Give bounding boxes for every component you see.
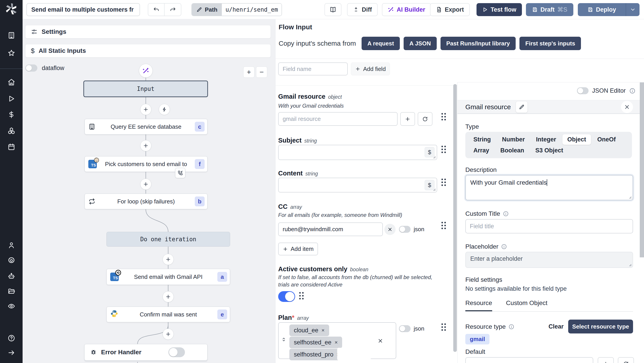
add-resource-button[interactable] [400, 112, 415, 126]
description-textarea[interactable]: With your Gmail credentials [465, 175, 633, 200]
add-trigger-zap-button[interactable] [159, 104, 170, 115]
undo-button[interactable] [148, 3, 164, 16]
home-icon[interactable] [8, 78, 15, 86]
resize-handle[interactable] [432, 188, 436, 191]
clear-plan-icon[interactable] [378, 338, 383, 344]
audit-eye-icon[interactable] [8, 302, 15, 310]
schema-source-request-button[interactable]: A request [362, 37, 400, 50]
export-button[interactable]: Export [430, 3, 470, 16]
schema-source-json-button[interactable]: A JSON [404, 37, 437, 50]
add-field-button[interactable]: Add field [351, 63, 390, 75]
default-value-input[interactable] [465, 357, 593, 363]
add-step-button[interactable] [162, 254, 174, 265]
content-textarea[interactable]: $ [278, 178, 437, 192]
drag-handle[interactable] [299, 292, 304, 300]
add-step-button[interactable] [162, 291, 174, 302]
error-handler-toggle[interactable] [168, 347, 185, 357]
users-person-icon[interactable] [8, 241, 15, 249]
active-customers-toggle[interactable] [278, 291, 295, 302]
resources-cubes-icon[interactable] [8, 127, 15, 135]
subject-textarea[interactable]: $ [278, 145, 437, 160]
json-editor-toggle[interactable] [577, 87, 588, 94]
path-edit-segment[interactable]: Path [192, 4, 222, 16]
gmail-resource-input[interactable] [278, 112, 398, 126]
edit-title-button[interactable] [516, 101, 528, 113]
save-draft-button[interactable]: Draft ⌘S [526, 3, 573, 16]
favorites-star-icon[interactable] [8, 49, 15, 57]
add-step-button[interactable] [140, 104, 152, 115]
diff-button[interactable]: Diff [347, 3, 378, 16]
ai-builder-button[interactable]: AI Builder [382, 3, 431, 16]
collapse-arrow-right-icon[interactable] [8, 349, 15, 356]
type-option-object[interactable]: Object [562, 134, 591, 145]
flow-ai-wand-button[interactable] [139, 64, 153, 78]
schema-source-first-step-button[interactable]: First step's inputs [520, 37, 581, 50]
resize-handle[interactable] [628, 195, 632, 199]
workspace-building-icon[interactable] [8, 32, 15, 39]
tab-custom-object[interactable]: Custom Object [506, 299, 548, 311]
drag-handle[interactable] [442, 323, 446, 331]
refresh-button[interactable] [418, 112, 432, 126]
info-icon[interactable] [503, 211, 509, 217]
type-option-string[interactable]: String [468, 134, 496, 145]
form-scrollbar[interactable] [453, 84, 457, 352]
clear-resource-button[interactable]: Clear [548, 323, 564, 330]
add-step-button[interactable] [140, 140, 152, 151]
type-option-number[interactable]: Number [497, 134, 530, 145]
plan-tag[interactable]: selfhosted_pro× [289, 349, 344, 360]
info-icon[interactable] [629, 88, 636, 94]
ai-robot-icon[interactable] [8, 272, 15, 280]
drag-handle[interactable] [442, 222, 446, 229]
flow-node-send-email[interactable]: TS Send email with Gmail API a [106, 269, 230, 285]
flow-title-input[interactable] [26, 3, 140, 16]
flow-node-iteration[interactable]: Do one iteration [106, 232, 230, 247]
plan-new-tag-input[interactable] [337, 348, 371, 360]
custom-title-input[interactable] [465, 219, 633, 233]
add-item-button[interactable]: Add item [278, 243, 318, 255]
drag-handle[interactable] [442, 179, 446, 186]
placeholder-textarea[interactable]: Enter a placeholder [465, 252, 633, 268]
type-option-array[interactable]: Array [468, 145, 494, 156]
resize-handle[interactable] [628, 263, 632, 266]
docs-button[interactable] [324, 3, 342, 16]
windmill-logo-icon[interactable] [6, 3, 17, 16]
deploy-button[interactable]: Deploy [578, 3, 626, 16]
cc-json-toggle[interactable] [399, 226, 410, 233]
type-option-integer[interactable]: Integer [531, 134, 561, 145]
remove-cc-item-button[interactable] [384, 224, 396, 235]
remove-tag-icon[interactable]: × [334, 339, 338, 345]
path-value[interactable]: u/henri/send_em [222, 4, 282, 16]
flow-node-query[interactable]: Query EE service database c [84, 119, 208, 135]
add-default-button[interactable] [598, 357, 614, 363]
test-flow-button[interactable]: Test flow [476, 3, 522, 16]
drag-handle[interactable] [442, 113, 446, 121]
close-inspector-button[interactable] [621, 101, 633, 113]
help-icon[interactable] [8, 334, 15, 342]
tab-resource[interactable]: Resource [465, 299, 492, 311]
drag-handle[interactable] [442, 146, 446, 153]
flow-node-error-handler[interactable]: Error Handler [84, 344, 208, 360]
flow-node-forloop[interactable]: For loop (skip failures) b [84, 194, 208, 209]
cc-item-input[interactable] [278, 222, 383, 236]
remove-tag-icon[interactable]: × [322, 327, 325, 333]
plan-tags-box[interactable]: cloud_ee× selfhosted_ee× selfhosted_pro× [278, 322, 396, 359]
add-step-button[interactable] [140, 179, 152, 190]
type-option-oneof[interactable]: OneOf [592, 134, 621, 145]
info-icon[interactable] [501, 244, 507, 249]
folders-icon[interactable] [8, 288, 15, 295]
flow-node-pick-customers[interactable]: TS Pick customers to send email to f [84, 156, 208, 172]
plan-json-toggle[interactable] [399, 325, 410, 332]
field-name-input[interactable] [278, 63, 348, 75]
plan-tag[interactable]: selfhosted_ee× [289, 336, 342, 348]
add-step-button[interactable] [162, 328, 174, 340]
type-option-boolean[interactable]: Boolean [496, 145, 529, 156]
schema-source-past-runs-button[interactable]: Past Runs/Input library [440, 37, 516, 50]
variables-dollar-icon[interactable] [8, 111, 15, 118]
sort-chevrons-icon[interactable] [281, 336, 287, 342]
flow-node-confirm[interactable]: Confirm mail was sent e [106, 307, 230, 322]
type-option-s3object[interactable]: S3 Object [530, 145, 568, 156]
settings-gear-icon[interactable] [8, 257, 15, 264]
path-field[interactable]: Path u/henri/send_em [192, 3, 282, 16]
info-icon[interactable] [508, 324, 514, 330]
cache-phone-incoming-badge[interactable] [175, 168, 185, 178]
